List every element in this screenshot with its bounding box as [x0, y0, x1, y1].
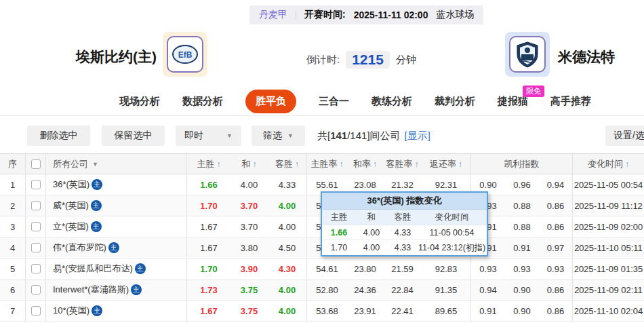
odds-away[interactable]: 4.00 [268, 195, 307, 216]
odds-home[interactable]: 1.70 [187, 259, 230, 279]
row-checkbox[interactable] [31, 222, 41, 231]
free-badge: 限免 [523, 86, 544, 97]
col-draw-odds[interactable]: 和 ↑ [230, 154, 268, 174]
col-company-label: 所有公司 [53, 158, 88, 170]
col-change-time[interactable]: 变化时间 ↑ [573, 154, 644, 174]
row-checkbox[interactable] [31, 264, 41, 273]
show-link[interactable]: [显示] [405, 130, 430, 141]
row-checkbox[interactable] [31, 243, 41, 252]
home-team-name: 埃斯比约(主) [76, 48, 157, 66]
row-check-cell [26, 280, 46, 300]
tab-裁判分析[interactable]: 裁判分析 [435, 95, 475, 108]
kelly-3: 0.93 [539, 259, 573, 279]
tab-胜平负[interactable]: 胜平负 [245, 90, 296, 113]
rate-draw: 23.91 [347, 301, 383, 321]
col-away-odds[interactable]: 客胜 ↑ [268, 154, 307, 174]
tab-高手推荐[interactable]: 高手推荐 [550, 95, 591, 108]
change-time: 2025-11-09 11:12 [573, 195, 644, 216]
col-home-odds[interactable]: 主胜 ↑ [187, 154, 230, 174]
odds-away[interactable]: 4.00 [268, 216, 307, 237]
odds-away[interactable]: 4.00 [268, 301, 307, 321]
col-seq: 序 [0, 154, 26, 174]
select-all-checkbox[interactable] [31, 159, 41, 169]
table-row: 5易*(安提瓜和巴布达)主1.703.904.3054.6123.8021.59… [0, 259, 644, 280]
instant-dropdown-label: 即时 [184, 130, 203, 142]
odds-away[interactable]: 4.50 [268, 238, 307, 258]
away-team-logo [505, 32, 550, 77]
row-seq: 3 [0, 216, 26, 237]
col-away-rate-label: 客胜率 [386, 158, 413, 170]
filter-dropdown[interactable]: 筛选 ▼ [251, 126, 305, 146]
company-cell[interactable]: 36*(英国)主 [46, 174, 187, 195]
countdown-value: 1215 [346, 51, 390, 69]
company-cell[interactable]: 伟*(直布罗陀)主 [46, 238, 187, 258]
tab-三合一[interactable]: 三合一 [319, 95, 349, 108]
rate-away: 22.84 [383, 280, 422, 300]
company-cell[interactable]: 立*(英国)主 [46, 216, 187, 237]
match-info-bar: 丹麦甲 开赛时间: 2025-11-11 02:00 蓝水球场 [249, 5, 483, 24]
countdown: 倒计时: 1215 分钟 [306, 51, 416, 69]
company-cell[interactable]: 10*(英国)主 [46, 301, 187, 321]
col-draw-rate[interactable]: 和率 ↑ [347, 154, 383, 174]
odds-home[interactable]: 1.67 [187, 216, 230, 237]
company-cell[interactable]: Interwet*(塞浦路斯)主 [46, 280, 187, 300]
odds-home[interactable]: 1.67 [187, 301, 230, 321]
popup-home-odds: 1.66 [322, 228, 356, 238]
row-checkbox[interactable] [31, 201, 41, 210]
popup-row: 1.66 4.00 4.33 11-05 00:54 [322, 225, 487, 240]
odds-away[interactable]: 4.30 [268, 259, 307, 279]
odds-draw[interactable]: 3.70 [230, 195, 268, 216]
tab-教练分析[interactable]: 教练分析 [371, 95, 412, 108]
count-selected: 141 [330, 130, 347, 141]
rate-away: 22.41 [383, 301, 422, 321]
row-checkbox[interactable] [31, 306, 41, 316]
company-name: 伟*(直布罗陀) [53, 242, 106, 254]
odds-draw[interactable]: 3.75 [230, 301, 268, 321]
popup-draw-odds: 4.00 [356, 228, 387, 238]
odds-draw[interactable]: 3.70 [230, 216, 268, 237]
company-cell[interactable]: 易*(安提瓜和巴布达)主 [46, 259, 187, 279]
odds-draw[interactable]: 3.75 [230, 280, 268, 300]
delete-selected-button[interactable]: 删除选中 [27, 126, 90, 146]
tab-捷报猫[interactable]: 捷报猫限免 [498, 95, 528, 108]
kelly-2: 0.91 [505, 238, 539, 258]
company-name: 易*(安提瓜和巴布达) [53, 263, 133, 275]
rate-return: 91.35 [422, 280, 471, 300]
odds-home[interactable]: 1.67 [187, 238, 230, 258]
popup-col-home: 主胜 [322, 212, 356, 223]
settings-button[interactable]: 设置/选择 [605, 126, 644, 146]
keep-selected-button[interactable]: 保留选中 [102, 126, 165, 146]
change-time: 2025-11-09 01:35 [573, 259, 644, 279]
col-company[interactable]: 所有公司 ▼ [46, 154, 187, 174]
col-change-time-label: 变化时间 [588, 158, 623, 170]
sort-asc-icon: ↑ [415, 159, 419, 169]
instant-dropdown[interactable]: 即时 ▼ [176, 126, 241, 146]
popup-title: 36*(英国) 指数变化 [322, 193, 487, 210]
odds-draw[interactable]: 4.00 [230, 174, 268, 195]
odds-home[interactable]: 1.66 [187, 174, 230, 195]
sort-asc-icon: ↑ [253, 159, 257, 169]
col-draw-label: 和 [242, 158, 251, 170]
row-checkbox[interactable] [31, 285, 41, 294]
col-checkbox [26, 154, 46, 174]
change-time: 2025-11-05 00:54 [573, 174, 644, 195]
odds-draw[interactable]: 3.80 [230, 238, 268, 258]
odds-draw[interactable]: 3.90 [230, 259, 268, 279]
tab-现场分析[interactable]: 现场分析 [119, 95, 160, 108]
row-checkbox[interactable] [31, 180, 41, 189]
odds-away[interactable]: 4.33 [268, 174, 307, 195]
countdown-label: 倒计时: [306, 54, 340, 66]
company-cell[interactable]: 威*(英国)主 [46, 195, 187, 216]
company-name: 10*(英国) [53, 305, 89, 317]
col-home-rate[interactable]: 主胜率 ↑ [307, 154, 347, 174]
col-away-rate[interactable]: 客胜率 ↑ [383, 154, 422, 174]
odds-home[interactable]: 1.70 [187, 195, 230, 216]
league-name[interactable]: 丹麦甲 [259, 9, 287, 21]
change-time: 2025-11-10 02:04 [573, 301, 644, 321]
filter-dropdown-label: 筛选 [263, 130, 282, 142]
tab-数据分析[interactable]: 数据分析 [182, 95, 223, 108]
sort-asc-icon: ↑ [340, 159, 344, 169]
odds-away[interactable]: 4.00 [268, 280, 307, 300]
odds-home[interactable]: 1.73 [187, 280, 230, 300]
col-return-rate[interactable]: 返还率 ↑ [422, 154, 471, 174]
